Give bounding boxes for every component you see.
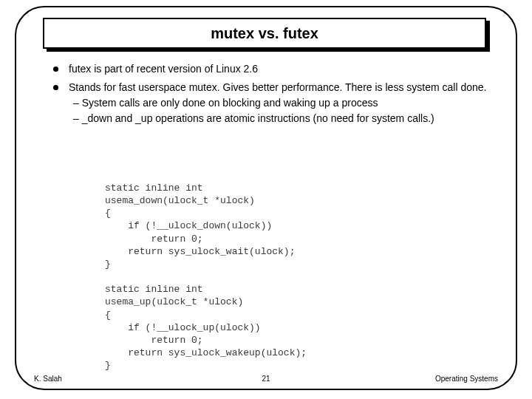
title-box: mutex vs. futex bbox=[43, 18, 486, 49]
bullet-item: futex is part of recent version of Linux… bbox=[53, 62, 489, 76]
sub-bullet: _down and _up operations are atomic inst… bbox=[69, 112, 489, 126]
content-area: futex is part of recent version of Linux… bbox=[53, 62, 489, 130]
bullet-item: Stands for fast userspace mutex. Gives b… bbox=[53, 81, 489, 126]
bullet-text: futex is part of recent version of Linux… bbox=[69, 62, 489, 76]
slide-title: mutex vs. futex bbox=[211, 25, 318, 42]
bullet-dot-icon bbox=[53, 85, 58, 90]
sub-bullet: System calls are only done on blocking a… bbox=[69, 96, 489, 110]
bullet-body: Stands for fast userspace mutex. Gives b… bbox=[69, 81, 489, 126]
code-block: static inline int usema_down(ulock_t *ul… bbox=[105, 182, 307, 372]
slide: mutex vs. futex futex is part of recent … bbox=[0, 0, 532, 399]
bullet-text: Stands for fast userspace mutex. Gives b… bbox=[69, 81, 489, 95]
bullet-dot-icon bbox=[53, 66, 58, 72]
footer-course: Operating Systems bbox=[435, 375, 498, 383]
